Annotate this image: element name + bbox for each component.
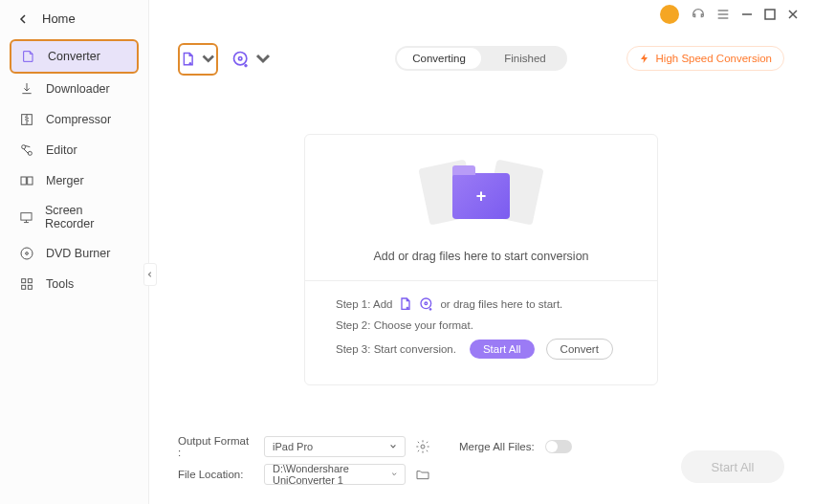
chevron-down-icon: [200, 51, 217, 68]
svg-point-14: [239, 57, 242, 60]
chevron-down-icon: [253, 50, 273, 69]
tools-icon: [19, 276, 34, 292]
dvd-icon: [19, 246, 34, 261]
svg-point-7: [21, 248, 33, 259]
svg-point-17: [421, 445, 425, 449]
dropzone[interactable]: + Add or drag files here to start conver…: [304, 134, 658, 385]
step1-suffix: or drag files here to start.: [440, 298, 562, 310]
merger-icon: [19, 173, 34, 188]
svg-rect-12: [28, 285, 32, 289]
sidebar: Home Converter Downloader Compressor Edi…: [0, 0, 149, 504]
tab-finished[interactable]: Finished: [483, 46, 567, 71]
output-format-label: Output Format :: [178, 435, 254, 458]
chevron-left-icon: [19, 14, 29, 24]
sidebar-item-label: Tools: [46, 277, 74, 291]
sidebar-item-dvd-burner[interactable]: DVD Burner: [10, 238, 139, 269]
compressor-icon: [19, 112, 34, 127]
file-location-select[interactable]: D:\Wondershare UniConverter 1: [264, 464, 406, 485]
sidebar-item-compressor[interactable]: Compressor: [10, 104, 139, 135]
chevron-down-icon: [391, 471, 397, 478]
folder-open-icon[interactable]: [415, 467, 430, 482]
folder-illustration: +: [424, 156, 538, 232]
output-format-value: iPad Pro: [273, 441, 313, 452]
lightning-icon: [639, 53, 650, 64]
home-label: Home: [42, 11, 76, 26]
sidebar-item-label: DVD Burner: [46, 247, 110, 260]
editor-icon: [19, 142, 34, 158]
sidebar-item-label: Compressor: [46, 113, 111, 126]
sidebar-item-label: Editor: [46, 143, 77, 157]
sidebar-item-merger[interactable]: Merger: [10, 165, 139, 196]
converter-icon: [21, 49, 36, 64]
merge-all-toggle[interactable]: [545, 440, 572, 453]
main-panel: Converting Finished High Speed Conversio…: [149, 0, 813, 504]
svg-rect-11: [22, 285, 26, 289]
add-disc-button[interactable]: [231, 50, 273, 69]
svg-rect-10: [28, 279, 32, 283]
downloader-icon: [19, 81, 34, 97]
chevron-down-icon: [389, 443, 397, 450]
sidebar-item-label: Converter: [48, 50, 100, 63]
svg-point-15: [421, 298, 431, 309]
tab-converting[interactable]: Converting: [397, 48, 481, 69]
sidebar-item-tools[interactable]: Tools: [10, 269, 139, 299]
sidebar-item-label: Merger: [46, 174, 84, 187]
sidebar-item-editor[interactable]: Editor: [10, 135, 139, 165]
svg-rect-9: [22, 279, 26, 283]
startall-pill-button[interactable]: Start All: [470, 340, 535, 359]
output-format-select[interactable]: iPad Pro: [264, 436, 406, 457]
add-file-icon: [398, 296, 413, 312]
sidebar-item-downloader[interactable]: Downloader: [10, 74, 139, 104]
add-disc-icon: [231, 50, 251, 69]
start-all-button[interactable]: Start All: [681, 450, 784, 483]
add-file-icon: [180, 51, 197, 68]
step3-text: Step 3: Start conversion.: [336, 343, 456, 355]
step2-text: Step 2: Choose your format.: [336, 319, 473, 331]
status-tabs: Converting Finished: [395, 46, 567, 71]
step1-prefix: Step 1: Add: [336, 298, 392, 310]
merge-all-label: Merge All Files:: [459, 441, 536, 452]
dropzone-steps: Step 1: Add or drag files here to start.…: [305, 280, 657, 384]
svg-point-13: [234, 53, 247, 65]
svg-point-16: [425, 302, 428, 305]
add-disc-icon: [419, 296, 434, 312]
home-button[interactable]: Home: [0, 0, 148, 35]
sidebar-item-label: Screen Recorder: [45, 204, 129, 230]
file-location-value: D:\Wondershare UniConverter 1: [273, 463, 391, 486]
recorder-icon: [19, 209, 33, 225]
svg-rect-6: [21, 213, 32, 220]
settings-icon[interactable]: [415, 439, 430, 454]
sidebar-item-screen-recorder[interactable]: Screen Recorder: [10, 196, 139, 238]
svg-rect-4: [21, 177, 26, 185]
sidebar-item-label: Downloader: [46, 82, 110, 96]
add-file-button[interactable]: [178, 43, 218, 76]
hsc-label: High Speed Conversion: [656, 53, 772, 64]
dropzone-message: Add or drag files here to start conversi…: [324, 250, 638, 263]
convert-pill-button[interactable]: Convert: [546, 339, 613, 360]
file-location-label: File Location:: [178, 469, 254, 480]
sidebar-item-converter[interactable]: Converter: [10, 39, 139, 74]
svg-point-8: [26, 252, 29, 255]
svg-rect-5: [28, 177, 33, 185]
high-speed-button[interactable]: High Speed Conversion: [626, 46, 784, 71]
